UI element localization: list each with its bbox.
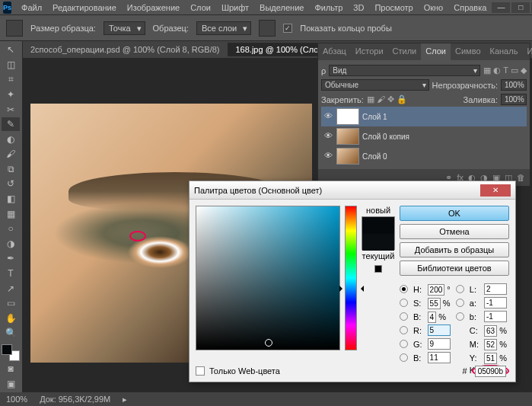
filter-smart-icon[interactable]: ◆ [521,66,527,75]
input-r[interactable]: 5 [428,324,451,336]
tool-history-brush[interactable]: ↺ [2,177,20,191]
tool-stamp[interactable]: ⧉ [2,162,20,177]
tool-zoom[interactable]: 🔍 [2,326,20,340]
kind-select[interactable]: Вид [329,65,480,76]
input-bv[interactable]: 4 [428,312,437,323]
sample-size-select[interactable]: Точка [104,21,145,35]
menu-edit[interactable]: Редактирование [47,3,122,12]
tool-crop[interactable]: ✂ [2,102,20,117]
blend-mode-select[interactable]: Обычные [321,79,429,91]
visibility-icon[interactable]: 👁 [323,111,333,122]
options-extra-icon[interactable] [259,20,276,37]
tool-shape[interactable]: ▭ [2,296,20,311]
input-h[interactable]: 200 [428,284,445,296]
tool-eraser[interactable]: ◧ [2,192,20,206]
tool-marquee[interactable]: ◫ [2,58,20,72]
ok-button[interactable]: OK [400,206,509,221]
delete-layer-icon[interactable]: 🗑 [517,173,525,182]
tool-wand[interactable]: ✦ [2,88,20,102]
radio-s[interactable] [400,299,408,307]
radio-r[interactable] [400,326,408,334]
tool-type[interactable]: T [2,267,20,281]
tool-brush[interactable]: 🖌 [2,147,20,161]
menu-image[interactable]: Изображение [122,3,185,12]
foreground-color[interactable] [2,344,12,355]
menu-file[interactable]: Файл [16,3,47,12]
sample-select[interactable]: Все слои [196,21,251,35]
show-ring-checkbox[interactable]: ✓ [283,24,292,33]
layer-thumbnail[interactable] [336,128,359,145]
tool-blur[interactable]: ○ [2,222,20,236]
layer-row-3[interactable]: 👁 Слой 0 [321,146,527,166]
menu-help[interactable]: Справка [448,3,492,12]
tool-quickmask[interactable]: ◙ [2,362,20,376]
dialog-titlebar[interactable]: Палитра цветов (Основной цвет) ✕ [190,181,515,200]
input-m[interactable]: 52 [484,339,497,350]
color-field[interactable] [196,206,340,350]
cube-icon[interactable] [374,265,382,273]
tool-eyedropper[interactable]: ✎ [2,117,20,132]
radio-g[interactable] [400,340,408,348]
filter-type-icon[interactable]: T [503,66,508,75]
tool-move[interactable]: ↖ [2,43,20,57]
tool-path[interactable]: ↗ [2,281,20,296]
tool-screenmode[interactable]: ▣ [2,376,20,391]
cancel-button[interactable]: Отмена [400,224,509,239]
tool-dodge[interactable]: ◑ [2,237,20,251]
tool-gradient[interactable]: ▦ [2,206,20,221]
visibility-icon[interactable]: 👁 [323,131,333,142]
menu-window[interactable]: Окно [419,3,449,12]
layer-thumbnail[interactable] [336,148,359,165]
lock-position-icon[interactable]: ✥ [387,94,394,104]
hex-input[interactable]: 05090b [475,366,506,377]
menu-view[interactable]: Просмотр [369,3,418,12]
radio-bc[interactable] [400,353,408,362]
filter-shape-icon[interactable]: ▭ [511,66,518,75]
lock-transparent-icon[interactable]: ▦ [367,94,374,104]
input-bc[interactable]: 11 [428,352,451,363]
layer-thumbnail[interactable] [336,108,359,125]
menu-3d[interactable]: 3D [348,3,369,12]
tab-paragraph[interactable]: Абзац [318,43,351,60]
tool-heal[interactable]: ◐ [2,132,20,146]
tool-lasso[interactable]: ⌗ [2,72,20,87]
add-swatch-button[interactable]: Добавить в образцы [400,242,509,257]
lock-pixels-icon[interactable]: 🖌 [377,94,385,104]
layer-row-2[interactable]: 👁 Слой 0 копия [321,126,527,146]
input-c[interactable]: 63 [484,325,497,337]
layer-name[interactable]: Слой 0 копия [362,133,409,141]
lock-all-icon[interactable]: 🔒 [397,94,407,104]
input-s[interactable]: 55 [428,298,441,309]
window-minimize[interactable]: — [492,2,510,13]
dialog-close-button[interactable]: ✕ [480,184,511,197]
radio-a[interactable] [456,299,464,307]
filter-adj-icon[interactable]: ◐ [493,66,501,75]
layer-name[interactable]: Слой 1 [362,113,387,121]
layer-row-1[interactable]: 👁 Слой 1 [321,107,527,126]
doc-tab-1[interactable]: 2способ_операции.psd @ 100% (Слой 8, RGB… [23,43,228,56]
menu-filter[interactable]: Фильтр [309,3,348,12]
window-maximize[interactable]: □ [511,2,530,13]
tab-layers[interactable]: Слои [421,43,451,60]
hue-slider-thumb[interactable] [342,283,361,289]
web-colors-checkbox[interactable] [196,366,205,376]
current-color-swatch[interactable] [362,234,394,251]
color-swatches[interactable] [2,344,20,361]
visibility-icon[interactable]: 👁 [323,151,333,161]
filter-pixel-icon[interactable]: ▦ [483,66,491,75]
zoom-value[interactable]: 100% [6,395,27,404]
fill-value[interactable]: 100% [501,94,527,105]
layer-name[interactable]: Слой 0 [362,152,387,161]
tab-channels[interactable]: Каналь [486,43,523,60]
menu-select[interactable]: Выделение [254,3,309,12]
input-l[interactable]: 2 [484,283,507,295]
radio-lb[interactable] [456,312,464,321]
tab-styles[interactable]: Стили [388,43,422,60]
tool-hand[interactable]: ✋ [2,311,20,325]
input-y[interactable]: 51 [484,353,497,364]
tab-character[interactable]: Симво [451,43,486,60]
tab-sources[interactable]: Источн [522,43,532,60]
doc-size[interactable]: Док: 956,3K/2,99M [40,395,110,404]
input-g[interactable]: 9 [428,338,451,350]
input-a[interactable]: -1 [484,297,507,308]
